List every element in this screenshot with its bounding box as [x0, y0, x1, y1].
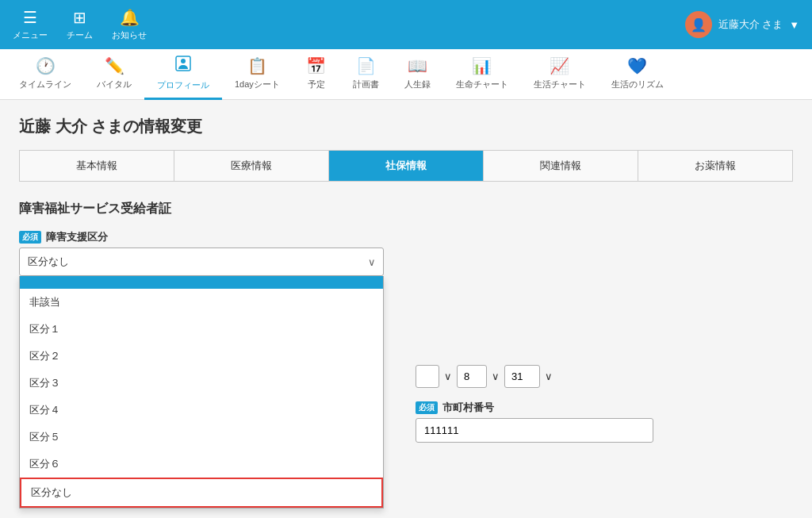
dropdown-item-kubun1[interactable]: 区分１ — [20, 316, 383, 343]
history-label: 人生録 — [404, 79, 431, 90]
info-tabs: 基本情報 医療情報 社保情報 関連情報 お薬情報 — [19, 150, 793, 182]
tab-timeline[interactable]: 🕐 タイムライン — [6, 50, 84, 99]
menu-button[interactable]: ☰ メニュー — [13, 8, 48, 41]
dropdown-item-kubun2[interactable]: 区分２ — [20, 343, 383, 370]
oneday-label: 1dayシート — [235, 79, 280, 90]
chevron-month-icon: ∨ — [492, 370, 500, 382]
schedule-label: 予定 — [308, 79, 325, 90]
tab-basic[interactable]: 基本情報 — [20, 151, 174, 181]
date-year-select[interactable] — [416, 365, 439, 388]
tab-vital[interactable]: ✏️ バイタル — [84, 50, 144, 99]
life-chart2-label: 生活チャート — [534, 79, 586, 90]
city-number-label: 必須 市町村番号 — [416, 401, 749, 415]
life-chart2-icon: 📈 — [550, 56, 569, 75]
plan-label: 計画書 — [353, 79, 379, 90]
dropdown-item-kubun6[interactable]: 区分６ — [20, 451, 383, 478]
page-content: 近藤 大介 さまの情報変更 基本情報 医療情報 社保情報 関連情報 お薬情報 障… — [0, 100, 812, 518]
chevron-down-icon: ▼ — [789, 19, 799, 31]
secondary-nav: 🕐 タイムライン ✏️ バイタル プロフィール 📋 1dayシート 📅 予定 📄… — [0, 49, 812, 100]
oneday-icon: 📋 — [247, 56, 267, 75]
tab-social[interactable]: 社保情報 — [329, 151, 484, 181]
date-month-select[interactable]: 8 — [457, 365, 487, 388]
city-required-badge: 必須 — [416, 401, 438, 414]
tab-life-rhythm[interactable]: 💙 生活のリズム — [599, 50, 676, 99]
life-chart-icon: 📊 — [472, 56, 492, 75]
page-title: 近藤 大介 さまの情報変更 — [19, 116, 793, 137]
disability-field-group: 必須 障害支援区分 区分なし ∨ 非該当 区分１ 区分２ 区分３ 区分４ 区分５… — [19, 230, 793, 276]
tab-schedule[interactable]: 📅 予定 — [293, 50, 340, 99]
disability-dropdown-list: 非該当 区分１ 区分２ 区分３ 区分４ 区分５ 区分６ 区分なし — [19, 276, 384, 508]
chevron-day-icon: ∨ — [545, 370, 553, 382]
top-nav-left: ☰ メニュー ⊞ チーム 🔔 お知らせ — [13, 8, 147, 41]
dropdown-item-blank[interactable] — [20, 276, 383, 289]
life-rhythm-icon: 💙 — [627, 56, 647, 75]
dropdown-item-kubun5[interactable]: 区分５ — [20, 424, 383, 451]
dropdown-item-kubun4[interactable]: 区分４ — [20, 397, 383, 424]
date-day-select[interactable]: 31 — [504, 365, 540, 388]
profile-label: プロフィール — [157, 79, 209, 91]
tab-plan[interactable]: 📄 計画書 — [340, 50, 392, 99]
user-menu[interactable]: 👤 近藤大介 さま ▼ — [685, 11, 800, 38]
disability-field-label: 必須 障害支援区分 — [19, 230, 793, 244]
notification-label: お知らせ — [112, 29, 147, 41]
disability-select-wrapper: 区分なし ∨ 非該当 区分１ 区分２ 区分３ 区分４ 区分５ 区分６ 区分なし — [19, 247, 384, 276]
history-icon: 📖 — [408, 56, 427, 75]
city-number-input[interactable] — [416, 418, 653, 443]
notification-icon: 🔔 — [120, 8, 140, 27]
timeline-icon: 🕐 — [36, 56, 56, 75]
tab-life-chart2[interactable]: 📈 生活チャート — [521, 50, 599, 99]
plan-icon: 📄 — [356, 56, 376, 75]
avatar: 👤 — [685, 11, 712, 38]
top-nav: ☰ メニュー ⊞ チーム 🔔 お知らせ 👤 近藤大介 さま ▼ — [0, 0, 812, 49]
dropdown-item-kubun-nashi[interactable]: 区分なし — [20, 478, 383, 508]
timeline-label: タイムライン — [19, 79, 71, 90]
menu-icon: ☰ — [23, 8, 37, 27]
required-badge: 必須 — [19, 231, 41, 244]
profile-icon — [174, 55, 192, 76]
menu-label: メニュー — [13, 29, 48, 41]
disability-select[interactable]: 区分なし — [19, 247, 384, 276]
life-chart-label: 生命チャート — [456, 79, 508, 90]
schedule-icon: 📅 — [306, 56, 326, 75]
vital-icon: ✏️ — [105, 56, 124, 75]
svg-point-1 — [181, 59, 186, 63]
tab-oneday[interactable]: 📋 1dayシート — [222, 50, 293, 99]
disability-select-value: 区分なし — [28, 255, 69, 267]
tab-medical[interactable]: 医療情報 — [174, 151, 329, 181]
vital-label: バイタル — [97, 79, 132, 90]
right-fields: ∨ 8 ∨ 31 ∨ 必須 市町村番号 — [416, 365, 749, 452]
life-rhythm-label: 生活のリズム — [611, 79, 664, 90]
dropdown-item-kubun3[interactable]: 区分３ — [20, 370, 383, 397]
date-row: ∨ 8 ∨ 31 ∨ — [416, 365, 749, 388]
city-number-label-text: 市町村番号 — [442, 401, 494, 415]
chevron-year-icon: ∨ — [444, 370, 452, 382]
team-label: チーム — [67, 29, 93, 41]
tab-life-chart[interactable]: 📊 生命チャート — [443, 50, 521, 99]
tab-profile[interactable]: プロフィール — [144, 48, 222, 100]
tab-medicine[interactable]: お薬情報 — [638, 151, 792, 181]
section-title: 障害福祉サービス受給者証 — [19, 201, 793, 217]
user-name: 近藤大介 さま — [718, 17, 783, 32]
notification-button[interactable]: 🔔 お知らせ — [112, 8, 147, 41]
dropdown-item-non-applicable[interactable]: 非該当 — [20, 289, 383, 316]
team-button[interactable]: ⊞ チーム — [67, 8, 93, 41]
tab-related[interactable]: 関連情報 — [484, 151, 638, 181]
team-icon: ⊞ — [73, 8, 86, 27]
city-number-field-group: 必須 市町村番号 — [416, 401, 749, 443]
tab-history[interactable]: 📖 人生録 — [392, 50, 443, 99]
disability-label-text: 障害支援区分 — [46, 230, 108, 244]
